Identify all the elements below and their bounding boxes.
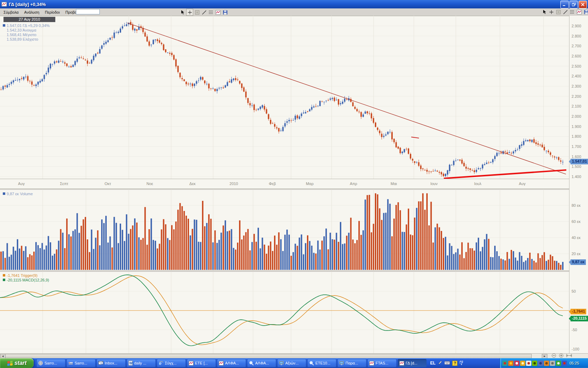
security-shield-icon[interactable] [520,361,525,366]
java-update-icon[interactable] [508,361,513,366]
region-icon[interactable] [555,9,561,15]
word-icon: W [128,361,133,366]
builder-alert-icon[interactable] [544,361,549,366]
minimize-button[interactable] [560,1,569,8]
task-button-11[interactable]: Παρα... [337,359,366,367]
volume-bullet-icon [3,192,5,195]
x-axis-month-label: Νοε [147,182,153,186]
task-button-label: Inbox... [105,361,117,365]
trigger-legend-text: -1,7641 Trigger(9) [7,273,37,278]
price-tick: 1.700 [572,144,581,149]
price-tick: 1.800 [572,134,581,138]
last-price-label: 1.547,01 [570,159,588,164]
task-button-9[interactable]: Αξιών... [277,359,306,367]
price-tick: 2.800 [572,34,581,38]
macd-line [0,275,563,346]
value-axis-column: 1.547,01 9,87 εκ -1,7641 -20,1115 2.9002… [569,16,588,353]
volume-chart[interactable] [0,190,569,271]
price-tick: 1.500 [572,164,581,169]
chart-icon[interactable] [576,9,582,15]
macd-chart[interactable] [0,272,569,353]
pointer-icon[interactable] [179,9,186,15]
volume-bars [0,193,564,270]
price-chart[interactable] [0,16,569,179]
chart-icon [369,361,374,366]
ohlc-row: 1.538,89 Ελάχιστο [7,37,38,41]
support-up[interactable] [444,170,566,178]
price-tick: 2.500 [572,64,581,68]
ie-icon: e [159,361,163,366]
task-button-label: Σύγχ... [165,361,176,365]
x-axis-month-label: Απρ [350,182,357,186]
crosshair-icon[interactable] [548,9,554,15]
chart-icon [219,361,224,366]
task-button-3[interactable]: Inbox... [97,359,126,367]
macd-tick: -50 [572,328,577,332]
antivirus-icon[interactable] [556,361,561,366]
audio-icon[interactable] [550,361,555,366]
network-flag-icon[interactable] [562,361,567,366]
price-tick: 2.100 [572,104,581,108]
x-axis-month-label: Δεκ [189,182,196,186]
menu-analysis[interactable]: Ανάλυση [21,9,42,15]
document-icon[interactable] [526,361,531,366]
binoculars-icon[interactable] [538,361,543,366]
grid-icon[interactable] [208,9,214,15]
messenger-icon[interactable] [514,361,519,366]
grid-icon[interactable] [569,9,575,15]
chart-icon [399,361,404,366]
task-button-1[interactable]: Sarro... [36,359,65,367]
region-icon[interactable] [194,9,200,15]
last-volume-label: 9,87 εκ [570,259,586,265]
ohlc-row: 1.568,41 Μέγιστο [7,33,36,37]
macd-tick: -100 [572,347,579,351]
globe-icon [38,361,43,366]
task-button-label: ΕΤΕ [... [195,361,208,365]
task-button-label: Sarro... [75,361,87,365]
task-button-10[interactable]: ΕΤΕ10... [307,359,336,367]
x-axis-month-label: Φεβ [269,182,276,186]
close-button[interactable] [579,1,587,8]
price-tick: 1.900 [572,124,581,129]
x-axis-month-label: Ιουν [430,182,438,186]
help-icon[interactable]: ? [452,361,457,366]
trendline-icon[interactable] [562,9,568,15]
trendline-icon[interactable] [201,9,207,15]
menu-periods[interactable]: Περίοδοι [42,9,62,15]
bars-icon [68,361,73,366]
pointer-icon[interactable] [541,9,547,15]
x-axis-month-label: Αυγ [18,182,25,186]
macd-legend-text: -20,1115 MACD(12,26,9) [7,278,49,282]
chart-icon[interactable] [215,9,221,15]
task-button-2[interactable]: Sarro... [66,359,96,367]
task-button-8[interactable]: ΑΛΦΑ... [247,359,276,367]
window-titlebar[interactable]: ΓΔ [daily] +0,34% [0,0,588,8]
save-icon[interactable] [222,9,228,15]
menu-symbols[interactable]: Σύμβολα [1,9,21,15]
price-tick: 2.400 [572,74,581,78]
network-alert-icon[interactable] [502,361,507,366]
crosshair-icon[interactable] [186,9,193,16]
language-indicator[interactable]: EL [430,361,435,366]
task-button-5[interactable]: eΣύγχ... [157,359,186,367]
ohlc-row: 1.547,01 ΓΔ +5,29 0,34% [7,23,50,28]
pen-icon[interactable] [438,360,442,366]
start-button[interactable]: start [0,358,34,368]
keyboard-icon[interactable] [444,360,450,366]
task-button-12[interactable]: FTAS... [368,359,397,367]
volume-tick: 60 εκ [572,219,581,224]
task-button-4[interactable]: Wdaily ... [127,359,156,367]
restore-button[interactable] [569,1,578,8]
nvidia-icon[interactable] [532,361,537,366]
language-bar-options-icon[interactable]: ▾ [460,361,463,366]
x-axis-month-label: Οκτ [105,182,111,186]
task-button-7[interactable]: ΑΛΦΑ... [217,359,246,367]
small-dash[interactable] [411,137,419,138]
symbol-input[interactable] [76,9,100,14]
trigger-line [0,276,563,345]
monitor-icon [279,361,284,366]
task-button-13[interactable]: ΓΔ [d... [398,359,427,367]
task-button-6[interactable]: ΕΤΕ [... [187,359,216,367]
save-icon[interactable] [583,9,588,15]
trendline-down[interactable] [127,23,566,174]
